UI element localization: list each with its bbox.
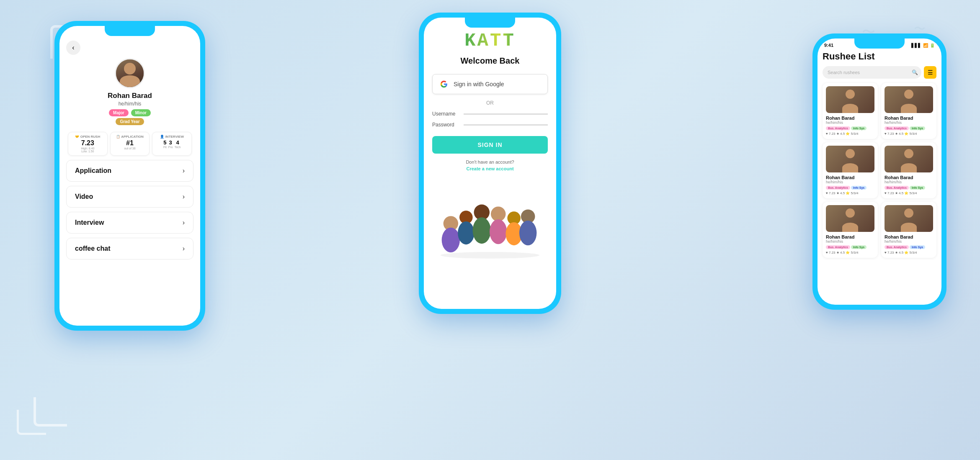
rushee-tags-0: Bus. Analytics Info Sys [826,126,874,130]
chevron-icon-coffee: › [183,245,185,252]
score-application-label: 📋 APPLICATION [114,135,146,139]
rushee-card-4[interactable]: Rohan Barad he/him/his Bus. Analytics In… [823,202,878,258]
katt-logo: KATT [464,30,516,51]
signal-icon: ▋▋▋ [911,43,921,48]
svg-point-8 [490,219,507,244]
rushee-tag-2-1: Info Sys [851,186,867,190]
people-svg [432,184,548,259]
score-open-rush-low: Low: 1.50 [72,150,104,153]
phone-left-frame: ‹ Rohan Barad he/him/his Major Minor Gra… [54,21,205,331]
menu-item-coffee-chat[interactable]: coffee chat › [66,238,193,260]
rushee-avatar-2 [826,146,874,172]
menu-item-interview-text: Interview [75,219,104,226]
interview-tech-label: Tech [175,146,181,149]
status-icons: ▋▋▋ 📶 🔋 [911,43,935,48]
interview-pro-label: Pro [168,146,173,149]
rushee-tag-4-0: Bus. Analytics [826,245,850,249]
svg-point-4 [458,221,474,244]
profile-name: Rohan Barad [108,92,152,100]
rushee-tag-0-1: Info Sys [851,126,867,130]
phone-center: KATT Welcome Back Sign in with Google [419,13,561,314]
rushee-name-0: Rohan Barad [826,116,874,121]
rushee-tag-2-0: Bus. Analytics [826,186,850,190]
wifi-icon: 📶 [923,43,928,48]
rushee-avatar-0 [826,86,874,113]
svg-point-7 [491,207,505,221]
right-screen-content: 9:41 ▋▋▋ 📶 🔋 Rushee List Search rushees … [818,39,941,305]
menu-item-interview[interactable]: Interview › [66,212,193,234]
profile-tags-row2: Grad Year [116,118,144,125]
avatar-image [116,59,144,87]
rushee-scores-2: ♥ 7.23 ★ 4.5 ⭐ 5/3/4 [826,191,874,195]
rushee-pronouns-0: he/him/his [826,121,874,125]
rushee-scores-0: ♥ 7.23 ★ 4.5 ⭐ 5/3/4 [826,132,874,136]
menu-item-application[interactable]: Application › [66,160,193,182]
filter-button[interactable]: ☰ [924,66,936,79]
score-open-rush-value: 7.23 [72,139,104,147]
rushee-pronouns-2: he/him/his [826,180,874,184]
rushee-tags-1: Bus. Analytics Info Sys [885,126,933,130]
rushee-list-title: Rushee List [823,51,936,62]
score-application-value: #1 [114,139,146,147]
password-input-line[interactable] [464,125,548,125]
rushee-tags-2: Bus. Analytics Info Sys [826,186,874,190]
username-input-line[interactable] [464,114,548,114]
rushee-name-3: Rohan Barad [885,175,933,180]
battery-icon: 🔋 [930,43,935,48]
create-account-link[interactable]: Create a new account [466,166,513,171]
rushee-tag-5-0: Bus. Analytics [885,245,909,249]
scores-row: 🤝 OPEN RUSH 7.23 High: 8.40 Low: 1.50 📋 … [66,132,193,156]
rushee-card-1[interactable]: Rohan Barad he/him/his Bus. Analytics In… [881,83,936,139]
status-time: 9:41 [824,43,833,48]
password-field-row: Password [432,122,548,128]
rushee-scores-3: ♥ 7.23 ★ 4.5 ⭐ 5/3/4 [885,191,933,195]
rushee-name-2: Rohan Barad [826,175,874,180]
menu-item-video-text: Video [75,193,93,200]
search-icon: 🔍 [912,69,918,75]
rushee-card-5[interactable]: Rohan Barad he/him/his Bus. Analytics In… [881,202,936,258]
score-open-rush-label: 🤝 OPEN RUSH [72,135,104,139]
group-illustration [432,175,548,259]
svg-point-2 [442,228,460,252]
profile-tags-row: Major Minor [109,109,151,116]
center-screen-content: KATT Welcome Back Sign in with Google [424,18,556,259]
back-button[interactable]: ‹ [66,41,80,55]
menu-list: Application › Video › Interview › coffee… [66,160,193,260]
notch-right [854,39,905,49]
rushee-avatar-3 [885,146,933,172]
chevron-icon-application: › [183,167,185,175]
interview-tech-val: 4 [175,139,181,146]
rushee-tag-3-1: Info Sys [910,186,925,190]
chevron-icon-video: › [183,193,185,200]
score-open-rush: 🤝 OPEN RUSH 7.23 High: 8.40 Low: 1.50 [68,132,108,156]
interview-fit: 5 Fit [163,139,167,149]
rushee-pronouns-4: he/him/his [826,239,874,244]
google-signin-button[interactable]: Sign in with Google [432,74,548,94]
interview-fit-label: Fit [163,146,167,149]
menu-item-video[interactable]: Video › [66,186,193,208]
search-placeholder: Search rushees [828,70,860,75]
score-interview: 👤 INTERVIEW 5 Fit 3 Pro 4 [152,132,192,156]
rushee-card-3[interactable]: Rohan Barad he/him/his Bus. Analytics In… [881,142,936,198]
svg-point-0 [441,252,540,259]
notch-left [105,26,155,36]
svg-point-6 [473,217,491,244]
rushee-card-2[interactable]: Rohan Barad he/him/his Bus. Analytics In… [823,142,878,198]
google-signin-text: Sign in with Google [454,81,504,87]
rushee-card-0[interactable]: Rohan Barad he/him/his Bus. Analytics In… [823,83,878,139]
signin-button[interactable]: SIGN IN [432,136,548,154]
interview-scores: 5 Fit 3 Pro 4 Tech [156,139,188,149]
rushee-tag-1-1: Info Sys [910,126,925,130]
rushee-avatar-5 [885,205,933,232]
interview-pro: 3 Pro [168,139,173,149]
rushee-scores-4: ♥ 7.23 ★ 4.5 ⭐ 5/3/4 [826,251,874,254]
rushee-tag-4-1: Info Sys [851,245,867,249]
search-bar[interactable]: Search rushees 🔍 [823,66,921,79]
tag-grad-year: Grad Year [116,118,144,125]
rushee-tag-5-1: Info Sys [910,245,925,249]
rushee-pronouns-1: he/him/his [885,121,933,125]
avatar [115,58,145,88]
score-interview-label: 👤 INTERVIEW [156,135,188,139]
menu-item-coffee-chat-text: coffee chat [75,245,110,252]
left-screen-content: ‹ Rohan Barad he/him/his Major Minor Gra… [59,26,200,326]
